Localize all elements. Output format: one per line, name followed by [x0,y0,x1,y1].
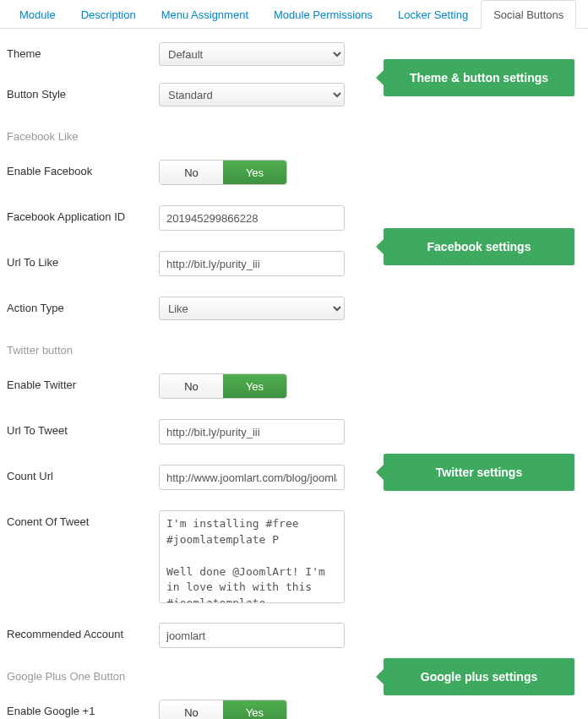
tab-description[interactable]: Description [68,0,149,29]
toggle-enable-facebook-yes[interactable]: Yes [223,161,286,184]
form-area: Theme Default Button Style Standard Face… [0,29,588,719]
label-enable-twitter: Enable Twitter [7,373,159,391]
callout-theme-settings: Theme & button settings [384,59,574,96]
label-theme: Theme [7,42,159,60]
callout-twitter-settings: Twitter settings [384,454,574,491]
toggle-enable-twitter[interactable]: No Yes [159,373,287,399]
input-facebook-app-id[interactable] [159,205,345,231]
label-content-of-tweet: Conent Of Tweet [7,510,159,528]
label-action-type: Action Type [7,297,159,314]
label-enable-facebook: Enable Facebook [7,160,159,177]
label-enable-google: Enable Google +1 [7,700,159,717]
input-url-to-like[interactable] [159,251,345,276]
tab-module-permissions[interactable]: Module Permissions [261,0,385,29]
select-button-style[interactable]: Standard [159,83,345,106]
label-url-to-like: Url To Like [7,251,159,269]
tabs-bar: Module Description Menu Assignment Modul… [0,0,588,29]
textarea-content-of-tweet[interactable] [159,510,345,603]
label-url-to-tweet: Url To Tweet [7,419,159,437]
select-theme[interactable]: Default [159,42,345,66]
toggle-enable-facebook-no[interactable]: No [160,161,223,184]
callout-facebook-settings: Facebook settings [384,228,574,265]
callout-google-settings: Google plus settings [384,658,574,695]
toggle-enable-twitter-yes[interactable]: Yes [223,374,286,398]
tab-locker-setting[interactable]: Locker Setting [385,0,481,29]
section-twitter-button: Twitter button [7,344,581,357]
label-button-style: Button Style [7,83,159,101]
tab-menu-assignment[interactable]: Menu Assignment [149,0,261,29]
input-recommended-account[interactable] [159,623,345,648]
toggle-enable-google[interactable]: No Yes [159,700,287,719]
label-facebook-app-id: Facebook Application ID [7,205,159,223]
input-url-to-tweet[interactable] [159,419,345,444]
input-count-url[interactable] [159,465,345,490]
toggle-enable-google-yes[interactable]: Yes [223,700,286,719]
toggle-enable-facebook[interactable]: No Yes [159,160,287,185]
section-facebook-like: Facebook Like [7,130,581,143]
tab-social-buttons[interactable]: Social Buttons [481,0,576,29]
label-count-url: Count Url [7,465,159,482]
toggle-enable-google-no[interactable]: No [160,700,223,719]
select-action-type[interactable]: Like [159,297,345,320]
toggle-enable-twitter-no[interactable]: No [160,374,223,398]
tab-module[interactable]: Module [7,0,68,29]
label-recommended-account: Recommended Account [7,623,159,640]
